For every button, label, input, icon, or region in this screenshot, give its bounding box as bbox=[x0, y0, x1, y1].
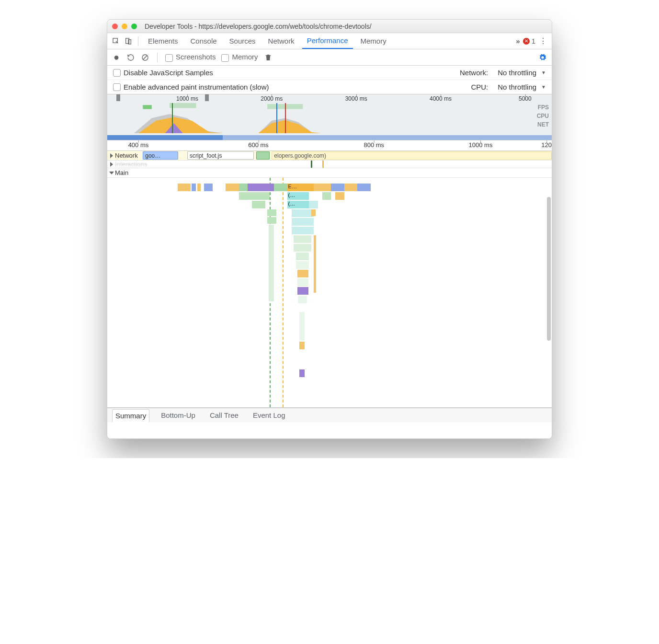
selection-handle-left[interactable] bbox=[116, 94, 120, 101]
flame-bar[interactable] bbox=[248, 184, 274, 191]
gear-icon[interactable] bbox=[538, 53, 547, 62]
disclosure-icon[interactable] bbox=[110, 162, 113, 167]
ruler-tick: 1000 ms bbox=[469, 141, 493, 149]
trash-icon[interactable] bbox=[264, 53, 273, 62]
marker-line-red bbox=[285, 103, 286, 133]
flame-bar[interactable]: (… bbox=[287, 201, 309, 208]
selection-handle-right[interactable] bbox=[205, 94, 209, 101]
tab-memory[interactable]: Memory bbox=[356, 34, 391, 48]
flame-bar[interactable] bbox=[322, 192, 331, 200]
flame-bar[interactable] bbox=[292, 227, 314, 234]
flame-bar[interactable] bbox=[297, 287, 308, 295]
window-title: Developer Tools - https://developers.goo… bbox=[145, 23, 372, 30]
flame-bar[interactable] bbox=[292, 209, 314, 217]
flame-bar[interactable]: (… bbox=[287, 192, 309, 200]
lane-network[interactable]: Network goo… script_foot.js elopers.goog… bbox=[107, 151, 552, 161]
network-throttle-select[interactable]: No throttling ▼ bbox=[498, 69, 546, 77]
clear-icon[interactable] bbox=[141, 53, 149, 62]
divider bbox=[157, 53, 158, 62]
screenshots-checkbox[interactable]: Screenshots bbox=[165, 53, 216, 61]
device-toggle-icon[interactable] bbox=[124, 36, 133, 46]
lane-interactions[interactable]: Interactions bbox=[107, 161, 552, 168]
minimize-icon[interactable] bbox=[122, 23, 127, 29]
network-request[interactable] bbox=[256, 151, 270, 160]
network-request[interactable]: script_foot.js bbox=[187, 151, 254, 160]
flame-bar[interactable] bbox=[204, 184, 213, 191]
flame-bar[interactable] bbox=[296, 253, 309, 260]
zoom-icon[interactable] bbox=[131, 23, 137, 29]
flame-bar[interactable] bbox=[298, 296, 307, 303]
flame-bar[interactable] bbox=[331, 184, 344, 191]
tab-elements[interactable]: Elements bbox=[143, 34, 183, 48]
ruler-tick: 400 ms bbox=[128, 141, 149, 149]
timeline-overview[interactable]: 1000 ms 2000 ms 3000 ms 4000 ms 5000 FPS… bbox=[107, 94, 552, 140]
flame-bar[interactable] bbox=[269, 225, 274, 301]
flame-bar[interactable]: E… bbox=[287, 184, 314, 191]
flame-bar[interactable] bbox=[297, 270, 308, 277]
memory-label: Memory bbox=[232, 53, 258, 61]
flame-bar[interactable] bbox=[267, 217, 276, 224]
tab-bottom-up[interactable]: Bottom-Up bbox=[158, 409, 198, 421]
record-icon[interactable]: ● bbox=[112, 53, 121, 62]
flame-bar[interactable] bbox=[344, 184, 357, 191]
lane-interactions-label: Interactions bbox=[115, 161, 147, 168]
flame-bar[interactable] bbox=[267, 209, 276, 216]
flame-bar[interactable] bbox=[178, 184, 191, 191]
tabs-overflow-icon[interactable]: » bbox=[516, 37, 520, 45]
flame-chart[interactable]: E… (… (… bbox=[107, 178, 552, 408]
memory-checkbox[interactable]: Memory bbox=[221, 53, 258, 61]
lane-main[interactable]: Main bbox=[107, 168, 552, 178]
kebab-menu-icon[interactable]: ⋮ bbox=[538, 36, 548, 46]
marker-line-green bbox=[172, 103, 173, 133]
close-icon[interactable] bbox=[112, 23, 118, 29]
flame-bar[interactable] bbox=[226, 184, 239, 191]
flame-bar[interactable] bbox=[294, 235, 311, 243]
flame-bar[interactable] bbox=[296, 261, 309, 269]
enable-paint-checkbox[interactable]: Enable advanced paint instrumentation (s… bbox=[113, 83, 269, 91]
detail-ruler[interactable]: 400 ms 600 ms 800 ms 1000 ms 120 bbox=[107, 140, 552, 151]
tab-summary[interactable]: Summary bbox=[112, 409, 149, 422]
overview-chart bbox=[107, 103, 552, 133]
interaction-marker bbox=[322, 161, 324, 168]
tab-performance[interactable]: Performance bbox=[302, 33, 353, 49]
cpu-throttle-select[interactable]: No throttling ▼ bbox=[498, 83, 546, 91]
tab-network[interactable]: Network bbox=[263, 34, 299, 48]
flame-bar[interactable] bbox=[252, 201, 265, 208]
tab-sources[interactable]: Sources bbox=[225, 34, 261, 48]
tab-console[interactable]: Console bbox=[186, 34, 222, 48]
interaction-marker bbox=[311, 161, 312, 168]
flame-bar[interactable] bbox=[239, 184, 248, 191]
ruler-tick: 800 ms bbox=[364, 141, 384, 149]
details-panel bbox=[107, 422, 552, 438]
flame-bar[interactable] bbox=[299, 369, 305, 377]
inspect-icon[interactable] bbox=[111, 36, 121, 46]
reload-icon[interactable] bbox=[126, 53, 135, 62]
flame-bar[interactable] bbox=[239, 192, 270, 200]
flame-bar[interactable] bbox=[197, 184, 201, 191]
disclosure-icon[interactable] bbox=[110, 153, 113, 158]
flame-bar[interactable] bbox=[357, 184, 370, 191]
flame-bar[interactable] bbox=[297, 278, 308, 286]
error-badge[interactable]: ✕ 1 bbox=[523, 37, 535, 45]
flame-bar[interactable] bbox=[192, 184, 196, 191]
flame-bar[interactable] bbox=[299, 342, 305, 349]
vertical-scrollbar[interactable] bbox=[547, 197, 551, 341]
disclosure-down-icon[interactable] bbox=[109, 172, 114, 174]
network-request[interactable]: elopers.google.com) bbox=[272, 151, 552, 160]
flame-bar[interactable] bbox=[274, 184, 287, 191]
network-throttle-label: Network: bbox=[460, 69, 488, 77]
flame-bar[interactable] bbox=[335, 192, 344, 200]
marker-dash-orange bbox=[283, 178, 284, 407]
flame-bar[interactable] bbox=[314, 184, 331, 191]
flame-bar[interactable] bbox=[314, 235, 316, 293]
flame-bar[interactable] bbox=[311, 209, 316, 216]
tab-call-tree[interactable]: Call Tree bbox=[207, 409, 241, 421]
flame-bar[interactable] bbox=[292, 218, 314, 226]
disable-js-checkbox[interactable]: Disable JavaScript Samples bbox=[113, 69, 213, 77]
overview-net-bar bbox=[107, 135, 552, 140]
svg-rect-5 bbox=[170, 103, 196, 108]
flame-bar[interactable] bbox=[299, 312, 305, 341]
flame-bar[interactable] bbox=[309, 201, 318, 208]
flame-bar[interactable] bbox=[294, 244, 311, 252]
tab-event-log[interactable]: Event Log bbox=[250, 409, 288, 421]
